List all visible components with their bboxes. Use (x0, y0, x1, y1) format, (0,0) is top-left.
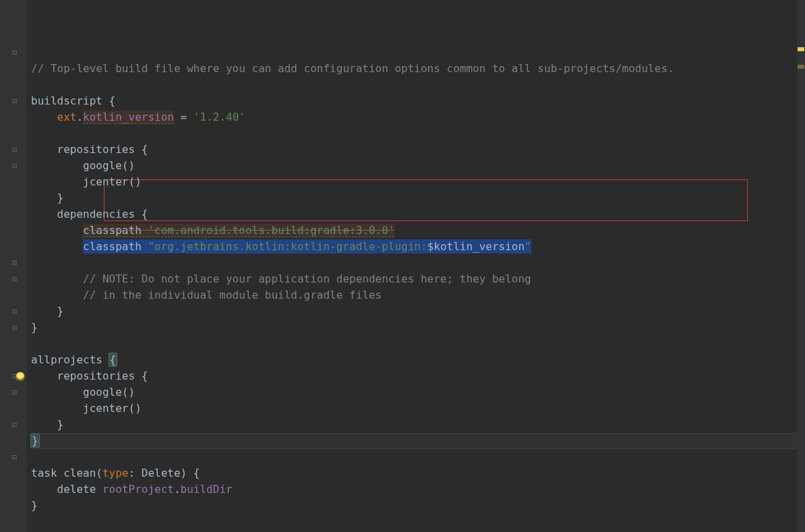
code-line[interactable]: google() (31, 384, 805, 401)
code-line[interactable] (31, 449, 805, 465)
code-token: "org.jetbrains.kotlin:kotlin-gradle-plug… (148, 239, 427, 254)
intention-bulb-icon[interactable] (0, 368, 27, 384)
code-line[interactable] (31, 336, 805, 352)
fold-close-icon[interactable] (0, 384, 27, 401)
error-stripe[interactable] (797, 0, 805, 532)
code-token: () (122, 159, 135, 172)
fold-open-icon[interactable] (0, 45, 27, 61)
fold-close-icon[interactable] (0, 255, 27, 271)
code-line[interactable]: // in the individual module build.gradle… (31, 287, 805, 303)
code-token: repositories (57, 143, 142, 156)
code-line[interactable]: delete rootProject.buildDir (31, 481, 805, 498)
code-token: . (76, 111, 83, 123)
code-editor[interactable]: // Top-level build file where you can ad… (0, 0, 805, 532)
code-line[interactable]: } (31, 190, 805, 206)
code-token: rootProject (102, 483, 174, 496)
code-token: // NOTE: Do not place your application d… (83, 272, 531, 285)
code-token: google (83, 386, 122, 398)
code-line[interactable]: jcenter() (31, 174, 805, 190)
code-token: 'com.android.tools.build:gradle:3.0.0' (148, 224, 394, 237)
code-line[interactable]: // Top-level build file where you can ad… (31, 61, 805, 77)
code-token: { (142, 208, 148, 220)
code-token: delete (57, 483, 102, 496)
fold-open-icon[interactable] (0, 158, 27, 174)
code-token: : Delete (129, 467, 181, 479)
code-line[interactable]: } (31, 417, 805, 433)
code-line[interactable]: repositories { (31, 142, 805, 158)
fold-close-icon[interactable] (0, 142, 27, 158)
code-line[interactable]: repositories { (31, 368, 805, 384)
code-token: } (31, 321, 38, 334)
fold-close-icon[interactable] (0, 271, 27, 287)
code-line[interactable]: allprojects { (31, 352, 805, 368)
code-area[interactable]: // Top-level build file where you can ad… (27, 0, 805, 532)
code-token: { (193, 467, 200, 479)
code-token: jcenter (83, 402, 128, 415)
code-token: } (57, 418, 64, 431)
code-token: repositories (57, 370, 142, 382)
code-line[interactable]: } (31, 320, 805, 336)
code-token: allprojects (31, 353, 109, 366)
code-token: // in the individual module build.gradle… (83, 289, 382, 301)
code-line[interactable]: classpath "org.jetbrains.kotlin:kotlin-g… (31, 239, 805, 255)
code-token: ( (96, 467, 102, 479)
code-token: . (174, 483, 181, 496)
stripe-marker[interactable] (798, 65, 804, 69)
code-token: = (174, 111, 193, 123)
code-token: } (57, 191, 64, 204)
fold-close-icon[interactable] (0, 449, 27, 465)
code-line[interactable]: buildscript { (31, 93, 805, 109)
code-token: () (129, 402, 142, 415)
code-line[interactable] (31, 125, 805, 142)
code-line[interactable]: jcenter() (31, 401, 805, 417)
code-token: task clean (31, 467, 96, 479)
code-token: dependencies (57, 208, 142, 220)
code-line[interactable]: } (31, 433, 805, 449)
code-token: " (525, 239, 531, 254)
code-token: kotlin_version (83, 111, 174, 124)
code-token: $kotlin_version (427, 239, 525, 254)
code-line[interactable]: } (31, 303, 805, 320)
code-token: classpath (83, 239, 148, 254)
code-line[interactable]: google() (31, 158, 805, 174)
code-token: () (129, 175, 142, 188)
code-line[interactable]: // NOTE: Do not place your application d… (31, 271, 805, 287)
code-token: { (109, 353, 118, 367)
code-token: '1.2.40' (193, 111, 245, 123)
code-token: } (30, 434, 40, 448)
code-token: { (109, 94, 116, 107)
code-token: classpath (83, 224, 148, 237)
code-token: ext (57, 111, 77, 123)
code-line[interactable]: task clean(type: Delete) { (31, 465, 805, 481)
code-token: () (122, 386, 135, 398)
code-line[interactable]: classpath 'com.android.tools.build:gradl… (31, 223, 805, 239)
fold-open-icon[interactable] (0, 320, 27, 336)
code-line[interactable]: } (31, 498, 805, 514)
code-token: // Top-level build file where you can ad… (31, 62, 674, 75)
editor-gutter (0, 0, 27, 532)
fold-open-icon[interactable] (0, 303, 27, 320)
code-token: } (31, 499, 38, 512)
code-token: google (83, 159, 122, 172)
fold-open-icon[interactable] (0, 93, 27, 109)
code-token: buildscript (31, 94, 109, 107)
code-token: type (102, 467, 129, 479)
code-token: { (142, 370, 148, 382)
code-token: } (57, 305, 64, 318)
code-token: jcenter (83, 175, 128, 188)
code-line[interactable] (31, 77, 805, 93)
code-token: { (142, 143, 148, 156)
code-line[interactable]: ext.kotlin_version = '1.2.40' (31, 109, 805, 125)
code-line[interactable] (31, 255, 805, 271)
code-token: ) (181, 467, 193, 479)
fold-open-icon[interactable] (0, 417, 27, 433)
code-line[interactable]: dependencies { (31, 206, 805, 223)
stripe-marker[interactable] (798, 47, 804, 51)
code-token: buildDir (181, 483, 233, 496)
